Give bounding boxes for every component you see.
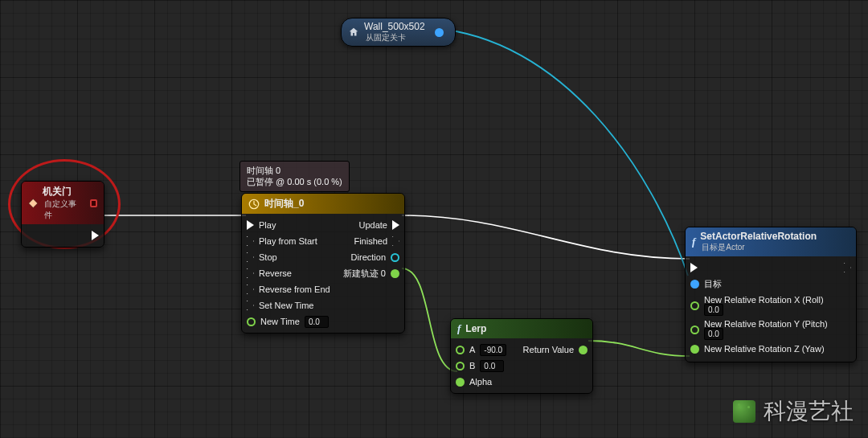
graph-wires bbox=[0, 0, 868, 438]
lerp-alpha-label: Alpha bbox=[469, 377, 492, 387]
timeline-setnewtime-label: Set New Time bbox=[259, 301, 313, 310]
timeline-finished-label: Finished bbox=[354, 236, 387, 246]
function-icon: f bbox=[692, 235, 695, 248]
timeline-reverse-pin[interactable] bbox=[247, 268, 254, 278]
lerp-b-label: B bbox=[469, 361, 475, 370]
setrot-header: f SetActorRelativeRotation 目标是Actor bbox=[686, 227, 856, 256]
lerp-b-input[interactable]: 0.0 bbox=[480, 360, 504, 372]
setrot-target-label: 目标 bbox=[704, 278, 722, 290]
lerp-node[interactable]: f Lerp A -90.0 Return Value B 0.0 Alpha bbox=[450, 318, 593, 394]
setrot-exec-out[interactable] bbox=[844, 263, 851, 272]
timeline-direction-pin[interactable] bbox=[391, 253, 399, 262]
timeline-playfromstart-pin[interactable] bbox=[247, 236, 254, 246]
setrot-exec-in[interactable] bbox=[690, 263, 698, 272]
lerp-a-label: A bbox=[469, 345, 475, 354]
lerp-title: Lerp bbox=[465, 323, 486, 334]
event-diamond-icon bbox=[28, 198, 38, 209]
timeline-newtime-input[interactable]: 0.0 bbox=[305, 316, 329, 328]
svg-marker-0 bbox=[29, 199, 38, 207]
timeline-newtime-label: New Time bbox=[260, 317, 300, 326]
custom-event-exec-out[interactable] bbox=[92, 231, 99, 240]
timeline-newtime-pin[interactable] bbox=[247, 317, 256, 326]
actor-reference-title: Wall_500x502 bbox=[364, 21, 425, 32]
timeline-title: 时间轴_0 bbox=[264, 197, 304, 211]
function-icon: f bbox=[457, 322, 461, 335]
actor-reference-subtitle: 从固定关卡 bbox=[364, 32, 425, 43]
setrot-subtitle: 目标是Actor bbox=[700, 242, 817, 253]
timeline-stop-label: Stop bbox=[259, 252, 277, 262]
timeline-play-label: Play bbox=[259, 220, 276, 230]
timeline-tooltip-line2: 已暂停 @ 0.00 s (0.0 %) bbox=[247, 176, 342, 187]
custom-event-title: 机关门 bbox=[43, 185, 80, 199]
clock-icon bbox=[248, 199, 260, 210]
setrot-pitch-pin[interactable] bbox=[690, 325, 699, 334]
lerp-return-pin[interactable] bbox=[579, 346, 588, 354]
timeline-header: 时间轴_0 bbox=[242, 194, 404, 214]
actor-reference-pill[interactable]: Wall_500x502 从固定关卡 bbox=[341, 18, 456, 47]
setrot-yaw-pin[interactable] bbox=[690, 345, 699, 354]
watermark: 科漫艺社 bbox=[733, 396, 854, 427]
setrot-target-pin[interactable] bbox=[690, 280, 699, 289]
setrot-pitch-input[interactable]: 0.0 bbox=[704, 328, 723, 340]
watermark-text: 科漫艺社 bbox=[764, 396, 854, 427]
actor-reference-output-pin[interactable] bbox=[435, 28, 444, 37]
lerp-alpha-pin[interactable] bbox=[456, 378, 465, 387]
timeline-reverseend-label: Reverse from End bbox=[259, 284, 330, 294]
setrot-node[interactable]: f SetActorRelativeRotation 目标是Actor 目标 N… bbox=[685, 227, 857, 362]
home-icon bbox=[348, 27, 359, 38]
custom-event-subtitle: 自定义事件 bbox=[43, 199, 80, 221]
lerp-return-label: Return Value bbox=[523, 345, 574, 354]
timeline-track0-label: 新建轨迹 0 bbox=[343, 268, 386, 280]
lerp-b-pin[interactable] bbox=[456, 362, 465, 370]
lerp-a-pin[interactable] bbox=[456, 346, 465, 354]
delegate-pin-icon[interactable] bbox=[90, 199, 97, 207]
timeline-stop-pin[interactable] bbox=[247, 252, 254, 262]
custom-event-node[interactable]: 机关门 自定义事件 bbox=[21, 181, 104, 248]
setrot-yaw-label: New Relative Rotation Z (Yaw) bbox=[704, 344, 825, 354]
timeline-tooltip-line1: 时间轴 0 bbox=[247, 165, 342, 176]
timeline-finished-pin[interactable] bbox=[392, 236, 399, 246]
timeline-track0-pin[interactable] bbox=[391, 269, 399, 278]
setrot-roll-input[interactable]: 0.0 bbox=[704, 304, 723, 316]
setrot-roll-pin[interactable] bbox=[690, 301, 699, 310]
wechat-icon bbox=[733, 400, 755, 423]
setrot-pitch-label: New Relative Rotation Y (Pitch) bbox=[704, 319, 828, 329]
timeline-update-pin[interactable] bbox=[392, 220, 399, 230]
timeline-node[interactable]: 时间轴_0 Play Update Play from Start Finish… bbox=[241, 193, 405, 334]
custom-event-header: 机关门 自定义事件 bbox=[22, 182, 104, 224]
timeline-play-pin[interactable] bbox=[247, 220, 254, 230]
timeline-direction-label: Direction bbox=[351, 252, 386, 262]
setrot-title: SetActorRelativeRotation bbox=[700, 231, 817, 242]
timeline-update-label: Update bbox=[359, 220, 387, 230]
timeline-reverse-label: Reverse bbox=[259, 268, 292, 278]
timeline-reverseend-pin[interactable] bbox=[247, 284, 254, 294]
timeline-playfromstart-label: Play from Start bbox=[259, 236, 317, 246]
timeline-setnewtime-pin[interactable] bbox=[247, 301, 254, 310]
lerp-a-input[interactable]: -90.0 bbox=[480, 344, 506, 356]
timeline-tooltip: 时间轴 0 已暂停 @ 0.00 s (0.0 %) bbox=[240, 161, 350, 192]
lerp-header: f Lerp bbox=[451, 319, 592, 338]
